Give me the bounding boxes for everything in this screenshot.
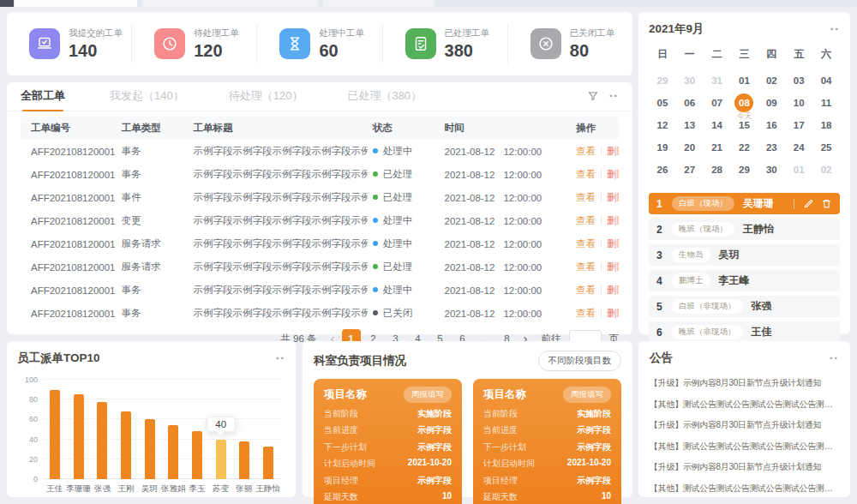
field-value: 示例字段 xyxy=(577,424,611,436)
order-type: 事务 xyxy=(117,302,189,325)
clock-icon xyxy=(154,28,185,59)
calendar-day[interactable]: 15 今天 xyxy=(731,116,758,138)
view-link[interactable]: 查看 xyxy=(576,308,596,318)
delete-link[interactable]: 删除 xyxy=(607,308,619,318)
calendar-day[interactable]: 24 今天 xyxy=(785,138,812,160)
calendar-day[interactable]: 23 今天 xyxy=(758,138,785,160)
calendar-day[interactable]: 09 今天 xyxy=(758,93,785,116)
calendar-weekday: 日 xyxy=(649,44,676,64)
schedule-item[interactable]: 2 晚班（现场） 王静怡 xyxy=(649,219,840,240)
calendar-day[interactable]: 03 今天 xyxy=(785,71,812,93)
calendar-day[interactable]: 31 今天 xyxy=(704,71,731,93)
workorder-tab[interactable]: 待处理（120） xyxy=(229,82,303,111)
chart-bar xyxy=(114,380,138,479)
view-link[interactable]: 查看 xyxy=(576,215,596,225)
divider xyxy=(601,239,602,248)
calendar-day[interactable]: 29 今天 xyxy=(649,71,676,93)
announcement-item[interactable]: 【升级】示例内容8月30日新节点升级计划通知 xyxy=(650,377,839,389)
announcement-item[interactable]: 【其他】测试公告测试公告测试公告测试公告测试公告 xyxy=(650,483,839,495)
calendar-day[interactable]: 05 今天 xyxy=(649,93,676,116)
calendar-day[interactable]: 04 今天 xyxy=(812,71,840,93)
calendar-panel: 2021年9月 ·· 日一二三四五六 29 今天 30 今天 31 今天 01 … xyxy=(638,12,850,334)
delete-link[interactable]: 删除 xyxy=(607,146,619,156)
announcement-item[interactable]: 【升级】示例内容8月30日新节点升级计划通知 xyxy=(650,419,839,431)
filter-icon[interactable] xyxy=(587,90,599,102)
schedule-item[interactable]: 5 白班（非现场） 张强 xyxy=(649,296,840,317)
weekly-report-button[interactable]: 周报填写 xyxy=(404,387,452,403)
field-label: 当前进度 xyxy=(483,424,518,436)
x-axis-tick: 李珊珊 xyxy=(66,483,91,495)
calendar-day[interactable]: 22 今天 xyxy=(731,138,758,160)
calendar-day[interactable]: 25 今天 xyxy=(812,138,840,160)
calendar-day[interactable]: 13 今天 xyxy=(676,116,704,138)
announcement-item[interactable]: 【其他】测试公告测试公告测试公告测试公告测试公告 xyxy=(650,441,839,453)
schedule-item[interactable]: 6 晚班（非现场） 王佳 xyxy=(649,321,840,343)
view-link[interactable]: 查看 xyxy=(576,146,596,156)
more-icon[interactable]: ·· xyxy=(609,93,619,99)
calendar-day[interactable]: 26 今天 xyxy=(649,160,676,183)
view-link[interactable]: 查看 xyxy=(576,192,596,202)
more-icon[interactable]: ·· xyxy=(276,355,285,362)
calendar-day[interactable]: 10 今天 xyxy=(785,93,812,116)
calendar-day[interactable]: 29 今天 xyxy=(731,160,758,183)
delete-link[interactable]: 删除 xyxy=(607,238,619,249)
calendar-day[interactable]: 02 今天 xyxy=(758,71,785,93)
view-link[interactable]: 查看 xyxy=(576,285,596,295)
field-label: 延期天数 xyxy=(324,491,358,503)
workorders-table: 工单编号 工单类型 工单标题 状态 时间 操作 AFF202108120001 … xyxy=(21,117,619,325)
workorder-tab[interactable]: 全部工单 xyxy=(21,82,65,111)
more-icon[interactable]: ·· xyxy=(830,26,840,33)
table-row: AFF202108120001 服务请求 示例字段示例字段示例字段示例字段示例字… xyxy=(21,255,619,279)
calendar-day[interactable]: 17 今天 xyxy=(785,116,812,138)
calendar-day[interactable]: 28 今天 xyxy=(704,160,731,183)
order-id: AFF202108120001 xyxy=(21,255,117,279)
delete-link[interactable]: 删除 xyxy=(607,261,619,272)
delete-link[interactable]: 删除 xyxy=(607,215,619,225)
calendar-day[interactable]: 11 今天 xyxy=(812,93,840,116)
order-id: AFF202108120001 xyxy=(21,209,117,232)
delete-link[interactable]: 删除 xyxy=(607,285,619,295)
divider xyxy=(601,309,602,317)
view-link[interactable]: 查看 xyxy=(576,238,596,249)
workorder-tab[interactable]: 已处理（380） xyxy=(347,82,422,111)
calendar-day[interactable]: 14 今天 xyxy=(704,116,731,138)
trash-icon[interactable] xyxy=(821,198,832,209)
field-value: 2021-10-20 xyxy=(567,458,611,470)
calendar-day[interactable]: 16 今天 xyxy=(758,116,785,138)
weekly-report-button[interactable]: 周报填写 xyxy=(563,387,611,403)
edit-icon[interactable] xyxy=(803,198,814,209)
workorder-tab[interactable]: 我发起（140） xyxy=(110,82,184,111)
calendar-day[interactable]: 01 今天 xyxy=(785,160,812,183)
calendar-day[interactable]: 01 今天 xyxy=(731,71,758,93)
stat-card-done: 已处理工单 380 xyxy=(382,24,507,63)
divider xyxy=(601,193,602,201)
delete-link[interactable]: 删除 xyxy=(607,192,619,202)
calendar-day[interactable]: 07 今天 xyxy=(704,93,731,116)
calendar-day[interactable]: 08 今天 xyxy=(731,93,758,116)
calendar-day[interactable]: 18 今天 xyxy=(812,116,840,138)
schedule-item[interactable]: 4 鹏博士 李王峰 xyxy=(649,270,840,291)
order-time: 2021-08-1212:00:00 xyxy=(440,163,572,186)
view-link[interactable]: 查看 xyxy=(576,169,596,179)
calendar-day[interactable]: 27 今天 xyxy=(676,160,704,183)
calendar-day[interactable]: 21 今天 xyxy=(704,138,731,160)
more-icon[interactable]: ·· xyxy=(830,355,839,362)
announcement-item[interactable]: 【升级】示例内容8月30日新节点升级计划通知 xyxy=(650,461,839,473)
order-status: 处理中 xyxy=(368,279,440,302)
calendar-day[interactable]: 19 今天 xyxy=(649,138,676,160)
announcement-item[interactable]: 【其他】测试公告测试公告测试公告测试公告测试公告 xyxy=(650,399,839,411)
order-id: AFF202108120001 xyxy=(21,232,117,255)
schedule-item[interactable]: 3 生物岛 吴玥 xyxy=(649,244,840,266)
calendar-day[interactable]: 02 今天 xyxy=(812,160,840,183)
schedule-item[interactable]: 1 白班（现场） 吴珊珊 xyxy=(649,193,840,214)
order-time: 2021-08-1212:00:00 xyxy=(440,279,572,302)
calendar-day[interactable]: 30 今天 xyxy=(758,160,785,183)
chart-panel: 员工派单TOP10 ·· 020406080100 40 王佳李珊珊张强王刚吴玥… xyxy=(7,341,296,497)
stage-count-button[interactable]: 不同阶段项目数 xyxy=(538,351,622,371)
delete-link[interactable]: 删除 xyxy=(607,169,619,179)
calendar-day[interactable]: 12 今天 xyxy=(649,116,676,138)
view-link[interactable]: 查看 xyxy=(576,261,596,272)
calendar-day[interactable]: 20 今天 xyxy=(676,138,704,160)
calendar-day[interactable]: 30 今天 xyxy=(676,71,704,93)
calendar-day[interactable]: 06 今天 xyxy=(676,93,704,116)
